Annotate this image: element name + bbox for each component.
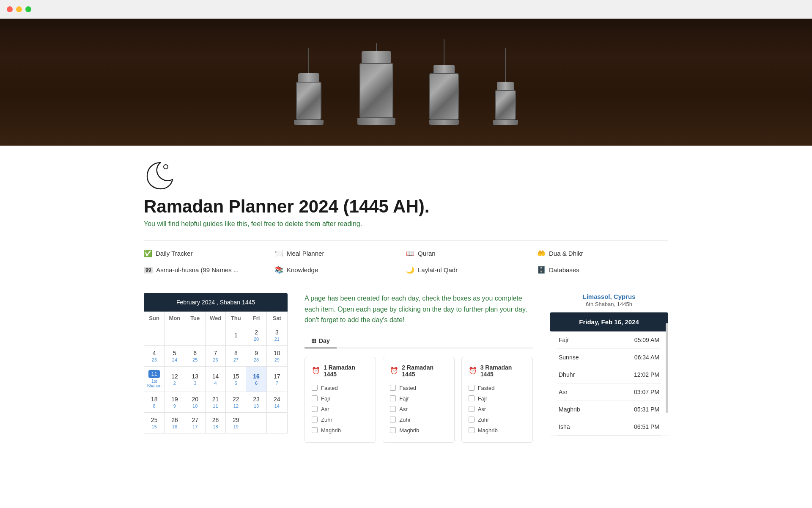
knowledge-book-icon: 📚 [275, 266, 283, 274]
cal-cell-feb20[interactable]: 20 10 [185, 392, 206, 412]
checkbox-zuhr-1[interactable] [312, 417, 318, 422]
checkbox-fajr-3[interactable] [469, 395, 475, 401]
main-content: Ramadan Planner 2024 (1445 AH). You will… [110, 146, 702, 443]
card-2-item-maghrib[interactable]: Maghrib [390, 425, 447, 436]
cal-cell-feb22[interactable]: 22 12 [226, 392, 246, 412]
checkbox-fasted-2[interactable] [390, 385, 396, 391]
lantern-decoration [294, 39, 518, 125]
checkbox-asr-2[interactable] [390, 406, 396, 412]
cal-cell-feb14[interactable]: 14 4 [206, 367, 226, 392]
scrollbar[interactable] [666, 323, 668, 413]
nav-databases-label: Databases [549, 266, 579, 273]
titlebar [0, 0, 812, 19]
cal-cell-feb23[interactable]: 23 13 [246, 392, 266, 412]
cal-cell-feb13[interactable]: 13 3 [185, 367, 206, 392]
card-3-item-fasted[interactable]: Fasted [469, 383, 526, 393]
cal-cell-empty [144, 325, 165, 345]
nav-databases[interactable]: 🗄️ Databases [537, 264, 668, 276]
checkbox-zuhr-2[interactable] [390, 417, 396, 422]
nav-meal-planner[interactable]: 🍽️ Meal Planner [275, 248, 406, 259]
nav-asmaul-husna[interactable]: 99 Asma-ul-husna (99 Names ... [144, 264, 275, 276]
checkbox-maghrib-2[interactable] [390, 427, 396, 433]
cal-cell-feb27[interactable]: 27 17 [185, 413, 206, 433]
label-fajr-1: Fajr [321, 395, 330, 402]
minimize-button[interactable] [16, 6, 22, 12]
day-card-2[interactable]: ⏰ 2 Ramadan 1445 Fasted Fajr Asr [383, 357, 454, 443]
cal-cell-feb16-highlight[interactable]: 16 6 [246, 367, 266, 392]
day-card-1[interactable]: ⏰ 1 Ramadan 1445 Fasted Fajr Asr [304, 357, 376, 443]
checkbox-asr-1[interactable] [312, 406, 318, 412]
cal-cell-feb9[interactable]: 9 28 [246, 346, 266, 366]
checkbox-fasted-3[interactable] [469, 385, 475, 391]
cal-cell-feb15[interactable]: 15 5 [226, 367, 246, 392]
card-3-item-asr[interactable]: Asr [469, 404, 526, 414]
cal-cell-feb18[interactable]: 18 8 [144, 392, 165, 412]
cal-cell-feb7[interactable]: 7 26 [206, 346, 226, 366]
cal-day-thu: Thu [226, 312, 246, 325]
cal-cell-feb28[interactable]: 28 18 [206, 413, 226, 433]
cal-day-wed: Wed [206, 312, 226, 325]
card-2-header: ⏰ 2 Ramadan 1445 [390, 364, 447, 378]
center-column: A page has been created for each day, ch… [304, 293, 533, 443]
close-button[interactable] [7, 6, 13, 12]
card-2-item-fajr[interactable]: Fajr [390, 393, 447, 404]
checkbox-fajr-2[interactable] [390, 395, 396, 401]
prayer-hijri: 6th Shaban, 1445h [550, 301, 668, 307]
cal-cell-feb3[interactable]: 3 21 [267, 325, 287, 345]
calendar-header: February 2024 , Shaban 1445 [144, 293, 288, 312]
checkbox-asr-3[interactable] [469, 406, 475, 412]
card-3-item-maghrib[interactable]: Maghrib [469, 425, 526, 436]
cal-cell-feb1[interactable]: 1 [226, 325, 246, 345]
nav-meal-planner-label: Meal Planner [287, 250, 324, 257]
cal-cell-feb25[interactable]: 25 15 [144, 413, 165, 433]
card-1-item-zuhr[interactable]: Zuhr [312, 414, 369, 425]
nav-daily-tracker[interactable]: ✅ Daily Tracker [144, 248, 275, 259]
main-layout: February 2024 , Shaban 1445 Sun Mon Tue … [144, 293, 668, 443]
calendar-grid: Sun Mon Tue Wed Thu Fri Sat 1 [144, 312, 288, 433]
cal-cell-feb24[interactable]: 24 14 [267, 392, 287, 412]
cal-cell-feb6[interactable]: 6 25 [185, 346, 206, 366]
nav-laylat-ul-qadr[interactable]: 🌙 Laylat-ul Qadr [406, 264, 537, 276]
card-2-item-zuhr[interactable]: Zuhr [390, 414, 447, 425]
cal-cell-feb19[interactable]: 19 9 [165, 392, 185, 412]
maximize-button[interactable] [25, 6, 31, 12]
label-asr-3: Asr [478, 406, 486, 412]
checkbox-fasted-1[interactable] [312, 385, 318, 391]
day-card-3[interactable]: ⏰ 3 Ramadan 1445 Fasted Fajr Asr [461, 357, 533, 443]
card-2-item-fasted[interactable]: Fasted [390, 383, 447, 393]
card-1-item-asr[interactable]: Asr [312, 404, 369, 414]
checkbox-zuhr-3[interactable] [469, 417, 475, 422]
nav-knowledge[interactable]: 📚 Knowledge [275, 264, 406, 276]
calendar-day-names-row: Sun Mon Tue Wed Thu Fri Sat [144, 312, 287, 325]
checkbox-maghrib-3[interactable] [469, 427, 475, 433]
nav-quran[interactable]: 📖 Quran [406, 248, 537, 259]
cal-cell-feb12[interactable]: 12 2 [165, 367, 185, 392]
label-zuhr-1: Zuhr [321, 417, 332, 423]
card-3-title: 3 Ramadan 1445 [480, 364, 526, 378]
calendar-week-5: 25 15 26 16 27 17 28 18 [144, 413, 287, 433]
card-1-item-fajr[interactable]: Fajr [312, 393, 369, 404]
card-1-item-maghrib[interactable]: Maghrib [312, 425, 369, 436]
cal-cell-feb11-today[interactable]: 11 1st Shaban [144, 367, 165, 392]
checkbox-fajr-1[interactable] [312, 395, 318, 401]
card-3-item-zuhr[interactable]: Zuhr [469, 414, 526, 425]
tab-day[interactable]: ⊞ Day [304, 334, 337, 348]
nav-dua-dhikr[interactable]: 🤲 Dua & Dhikr [537, 248, 668, 259]
cal-cell-feb26[interactable]: 26 16 [165, 413, 185, 433]
card-3-item-fajr[interactable]: Fajr [469, 393, 526, 404]
label-fajr-3: Fajr [478, 395, 487, 402]
lantern-medium-right [429, 39, 459, 125]
cal-cell-feb2[interactable]: 2 20 [246, 325, 266, 345]
ninetynine-icon: 99 [144, 267, 153, 273]
cal-cell-feb21[interactable]: 21 11 [206, 392, 226, 412]
card-2-item-asr[interactable]: Asr [390, 404, 447, 414]
cal-cell-feb5[interactable]: 5 24 [165, 346, 185, 366]
checkbox-maghrib-1[interactable] [312, 427, 318, 433]
card-1-item-fasted[interactable]: Fasted [312, 383, 369, 393]
cal-cell-feb4[interactable]: 4 23 [144, 346, 165, 366]
cal-cell-feb10[interactable]: 10 29 [267, 346, 287, 366]
cal-cell-feb17[interactable]: 17 7 [267, 367, 287, 392]
cal-cell-feb29[interactable]: 29 19 [226, 413, 246, 433]
instruction-text: A page has been created for each day, ch… [304, 293, 533, 326]
cal-cell-feb8[interactable]: 8 27 [226, 346, 246, 366]
